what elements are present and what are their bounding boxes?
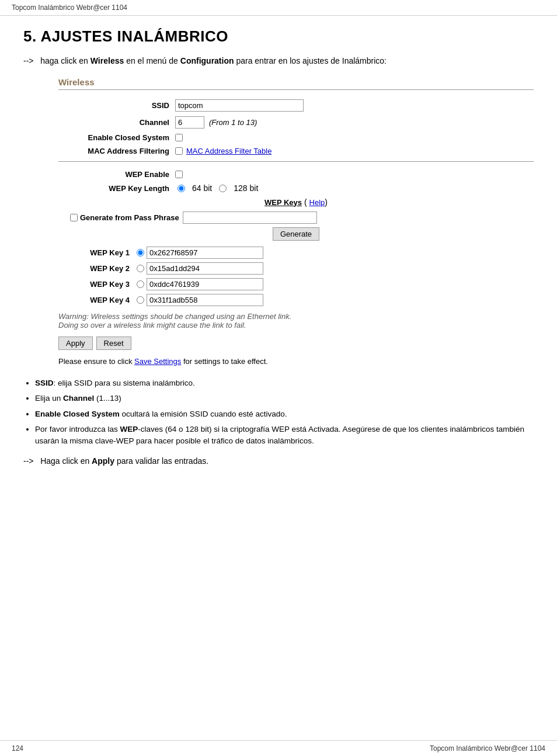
ssid-input[interactable]	[175, 99, 304, 112]
topbar-title: Topcom Inalámbrico Webr@cer 1104	[12, 4, 127, 12]
wep-key1-radio[interactable]	[137, 249, 144, 256]
wireless-title: Wireless	[58, 77, 534, 87]
wep-keys-title-row: WEP Keys ( Help )	[58, 197, 534, 207]
wep-key1-input[interactable]	[147, 247, 263, 259]
channel-input[interactable]	[175, 116, 204, 129]
generate-label: Generate from Pass Phrase	[80, 213, 179, 222]
wep-key1-label: WEP Key 1	[58, 248, 134, 257]
wep-key2-row: WEP Key 2	[58, 262, 534, 275]
generate-btn-row: Generate	[58, 227, 534, 241]
wep-key3-input[interactable]	[147, 278, 263, 290]
list-item: Por favor introduzca las WEP-claves (64 …	[35, 424, 534, 448]
warning-line2: Doing so over a wireless link might caus…	[58, 321, 246, 330]
wireless-panel: Wireless SSID Channel (From 1 to 13) Ena…	[58, 77, 534, 366]
mac-filter-link[interactable]: MAC Address Filter Table	[186, 147, 271, 155]
intro-line: --> haga click en Wireless en el menú de…	[23, 56, 534, 65]
wep-keys-paren-close: )	[325, 197, 328, 207]
ssid-label: SSID	[58, 101, 175, 110]
wep-help-link[interactable]: Help	[309, 198, 325, 207]
wep-key2-label: WEP Key 2	[58, 264, 134, 273]
intro-wireless: Wireless	[90, 56, 124, 65]
save-suffix: for settings to take effect.	[183, 357, 268, 366]
footer-right: Topcom Inalámbrico Webr@cer 1104	[430, 744, 545, 752]
bullet2-bold: Channel	[63, 394, 94, 403]
bottom-bar: 124 Topcom Inalámbrico Webr@cer 1104	[0, 740, 557, 756]
page-heading: 5. AJUSTES INALÁMBRICO	[23, 27, 534, 46]
bullet3-bold: Enable Closed System	[35, 410, 120, 418]
wep-key4-radio[interactable]	[137, 296, 144, 304]
wep-key3-label: WEP Key 3	[58, 280, 134, 289]
bullet2-text: Elija un Channel (1...13)	[35, 394, 121, 403]
bullet1-text: : elija SSID para su sistema inalámbrico…	[54, 379, 195, 387]
generate-row: Generate from Pass Phrase	[70, 211, 534, 224]
channel-hint: (From 1 to 13)	[209, 118, 257, 127]
wep-key-length-row: WEP Key Length 64 bit 128 bit	[58, 183, 534, 193]
generate-checkbox[interactable]	[70, 214, 78, 221]
wep-key2-input[interactable]	[147, 262, 263, 275]
wep-key1-row: WEP Key 1	[58, 247, 534, 259]
bullet-list: SSID: elija SSID para su sistema inalámb…	[35, 377, 534, 447]
footer-left: 124	[12, 744, 23, 752]
bullet3-text: ocultará la emisión SSID cuando esté act…	[120, 410, 287, 418]
intro-end: para entrar en los ajustes de Inalámbric…	[234, 56, 387, 65]
mid-divider	[58, 161, 534, 162]
intro-arrow: -->	[23, 56, 34, 65]
list-item: Elija un Channel (1...13)	[35, 393, 534, 404]
final-arrow: -->	[23, 456, 34, 466]
wep-key2-radio[interactable]	[137, 265, 144, 272]
final-end: para validar las entradas.	[114, 456, 208, 466]
wep-key3-radio[interactable]	[137, 280, 144, 288]
bullet4-text: Por favor introduzca las WEP-claves (64 …	[35, 425, 524, 445]
intro-mid: en el menú de	[124, 56, 180, 65]
generate-button[interactable]: Generate	[273, 227, 319, 241]
top-divider	[58, 89, 534, 90]
channel-label: Channel	[58, 118, 175, 127]
mac-filter-checkbox[interactable]	[175, 147, 183, 155]
closed-system-row: Enable Closed System	[58, 133, 534, 142]
wep-key4-label: WEP Key 4	[58, 296, 134, 304]
apply-button[interactable]: Apply	[58, 337, 93, 350]
wep-keys-paren-open: (	[302, 197, 307, 207]
main-content: 5. AJUSTES INALÁMBRICO --> haga click en…	[0, 16, 557, 501]
reset-button[interactable]: Reset	[96, 337, 131, 350]
wep-key-length-options: 64 bit 128 bit	[175, 183, 258, 193]
bullet4-bold-wep: WEP	[120, 425, 138, 434]
wep-128bit-radio[interactable]	[219, 185, 227, 192]
list-item: SSID: elija SSID para su sistema inalámb…	[35, 377, 534, 389]
wep-keys-title: WEP Keys	[264, 198, 302, 207]
list-item: Enable Closed System ocultará la emisión…	[35, 408, 534, 420]
wep-key4-row: WEP Key 4	[58, 294, 534, 306]
wep-64bit-label: 64 bit	[192, 183, 212, 193]
intro-text: haga click en	[40, 56, 90, 65]
save-link-row: Please ensure to click Save Settings for…	[58, 357, 534, 366]
save-prefix: Please ensure to click	[58, 357, 134, 366]
warning-text: Warning: Wireless settings should be cha…	[58, 312, 350, 330]
wep-enable-label: WEP Enable	[58, 170, 175, 179]
closed-system-label: Enable Closed System	[58, 133, 175, 142]
final-bold: Apply	[92, 456, 114, 466]
closed-system-checkbox[interactable]	[175, 134, 183, 141]
top-bar: Topcom Inalámbrico Webr@cer 1104	[0, 0, 557, 16]
action-row: Apply Reset	[58, 337, 534, 350]
final-line: --> Haga click en Apply para validar las…	[23, 456, 534, 466]
wep-key-length-label: WEP Key Length	[58, 184, 175, 193]
wep-key3-row: WEP Key 3	[58, 278, 534, 290]
passphrase-input[interactable]	[183, 211, 317, 224]
save-settings-link[interactable]: Save Settings	[134, 357, 181, 366]
wep-key4-input[interactable]	[147, 294, 263, 306]
mac-filter-label: MAC Address Filtering	[58, 147, 175, 155]
wep-enable-row: WEP Enable	[58, 170, 534, 179]
mac-filter-row: MAC Address Filtering MAC Address Filter…	[58, 147, 534, 155]
wep-enable-checkbox[interactable]	[175, 171, 183, 178]
ssid-row: SSID	[58, 99, 534, 112]
bullet1-bold: SSID	[35, 379, 54, 387]
intro-config: Configuration	[180, 56, 234, 65]
wep-128bit-label: 128 bit	[234, 183, 258, 193]
final-text: Haga click en	[40, 456, 92, 466]
wep-64bit-radio[interactable]	[177, 185, 185, 192]
warning-line1: Warning: Wireless settings should be cha…	[58, 312, 291, 321]
channel-row: Channel (From 1 to 13)	[58, 116, 534, 129]
